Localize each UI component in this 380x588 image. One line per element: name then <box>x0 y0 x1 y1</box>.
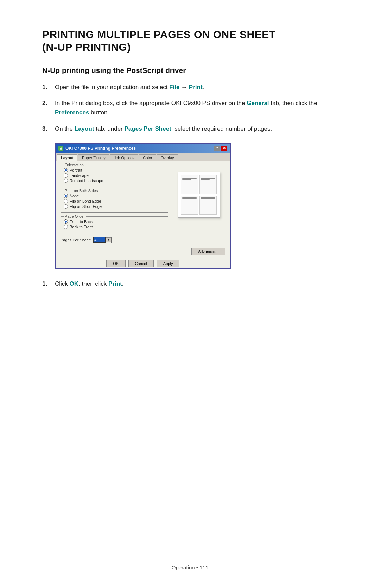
dialog-box: 🖨 OKI C7300 PS Printing Preferences ? ✕ … <box>55 143 231 269</box>
step-3: On the Layout tab, under Pages Per Sheet… <box>42 124 338 134</box>
preview-line-short <box>182 179 191 180</box>
preview-line <box>201 198 215 199</box>
orientation-group: Orientation Portrait Landscape <box>61 165 168 187</box>
dialog-app-icon: 🖨 <box>58 146 63 151</box>
step4-period: . <box>122 280 124 287</box>
preview-cell-1 <box>181 175 198 194</box>
radio-landscape[interactable]: Landscape <box>64 173 165 178</box>
rotated-landscape-label: Rotated Landscape <box>70 179 103 183</box>
page-title: PRINTING MULTIPLE PAGES ON ONE SHEET (N-… <box>42 28 338 54</box>
flip-short-label: Flip on Short Edge <box>70 204 102 209</box>
flip-long-radio-circle <box>64 199 68 203</box>
step4-ok: OK <box>70 280 79 287</box>
radio-flip-long[interactable]: Flip on Long Edge <box>64 199 165 203</box>
pps-label: Pages Per Sheet: <box>61 238 91 242</box>
dialog-advanced-row: Advanced... <box>56 247 230 256</box>
page-order-label: Page Order <box>64 214 86 218</box>
preview-cell-3 <box>181 196 198 215</box>
help-button[interactable]: ? <box>214 146 220 151</box>
step2-preferences: Preferences <box>55 109 89 116</box>
pages-per-sheet-row: Pages Per Sheet: 4 ▼ <box>61 237 168 243</box>
back-to-front-radio-circle <box>64 225 68 229</box>
apply-button[interactable]: Apply <box>157 260 180 267</box>
dialog-left-panel: Orientation Portrait Landscape <box>61 165 168 243</box>
print-both-sides-options: None Flip on Long Edge Flip on Short Edg… <box>64 194 165 209</box>
step4-list: Click OK, then click Print. <box>42 279 338 289</box>
title-line2: (N-UP PRINTING) <box>42 41 131 53</box>
title-line1: PRINTING MULTIPLE PAGES ON ONE SHEET <box>42 29 276 40</box>
none-label: None <box>70 194 79 198</box>
step4-print: Print <box>108 280 122 287</box>
preview-line <box>201 197 215 198</box>
step2-text3: button. <box>89 109 109 116</box>
dialog-content: Orientation Portrait Landscape <box>56 161 230 247</box>
section-heading: N-Up printing using the PostScript drive… <box>42 66 338 75</box>
step2-general: General <box>247 100 269 106</box>
step-4: Click OK, then click Print. <box>42 279 338 289</box>
front-to-back-radio-circle <box>64 219 68 224</box>
pps-dropdown-arrow[interactable]: ▼ <box>106 237 111 242</box>
print-both-sides-label: Print on Both Sides <box>64 188 99 193</box>
orientation-options: Portrait Landscape Rotated Landscape <box>64 168 165 183</box>
radio-none[interactable]: None <box>64 194 165 198</box>
portrait-radio-dot <box>65 169 67 171</box>
tab-layout[interactable]: Layout <box>57 154 77 161</box>
preview-line <box>201 177 215 177</box>
front-to-back-radio-dot <box>65 221 67 223</box>
none-radio-circle <box>64 194 68 198</box>
tab-color[interactable]: Color <box>139 154 156 161</box>
dialog-wrapper: 🖨 OKI C7300 PS Printing Preferences ? ✕ … <box>55 143 338 269</box>
preview-line <box>182 178 197 179</box>
step1-period: . <box>203 84 204 91</box>
page-order-options: Front to Back Back to Front <box>64 219 165 229</box>
none-radio-dot <box>65 195 67 197</box>
page-order-group: Page Order Front to Back Back to Front <box>61 216 168 233</box>
preview-line <box>182 197 197 198</box>
dialog-tabs: Layout Paper/Quality Job Options Color O… <box>56 153 230 161</box>
radio-front-to-back[interactable]: Front to Back <box>64 219 165 224</box>
dialog-titlebar: 🖨 OKI C7300 PS Printing Preferences ? ✕ <box>56 144 230 153</box>
tab-overlay[interactable]: Overlay <box>157 154 178 161</box>
dialog-button-row: OK Cancel Apply <box>56 259 230 268</box>
step1-text-before: Open the file in your application and se… <box>55 84 169 91</box>
orientation-label: Orientation <box>64 163 85 167</box>
step4-text1: Click <box>55 280 70 287</box>
portrait-radio-circle <box>64 168 68 172</box>
step1-arrow: → <box>179 84 189 91</box>
pps-select[interactable]: 4 <box>93 237 106 243</box>
cancel-button[interactable]: Cancel <box>128 260 154 267</box>
steps-list: Open the file in your application and se… <box>42 82 338 134</box>
flip-long-label: Flip on Long Edge <box>70 199 101 203</box>
landscape-label: Landscape <box>70 173 89 178</box>
advanced-button[interactable]: Advanced... <box>191 248 225 255</box>
step3-text1: On the <box>55 125 75 132</box>
step3-text2: tab, under <box>94 125 125 132</box>
preview-line-short <box>201 179 210 180</box>
step3-layout: Layout <box>75 125 94 132</box>
preview-line <box>182 177 197 177</box>
ok-button[interactable]: OK <box>106 260 126 267</box>
preview-cell-2 <box>200 175 217 194</box>
preview-line-short <box>182 200 191 200</box>
tab-paper-quality[interactable]: Paper/Quality <box>78 154 109 161</box>
radio-portrait[interactable]: Portrait <box>64 168 165 172</box>
flip-short-radio-circle <box>64 204 68 209</box>
landscape-radio-circle <box>64 173 68 178</box>
radio-rotated-landscape[interactable]: Rotated Landscape <box>64 179 165 183</box>
dialog-right-panel <box>172 165 225 243</box>
print-both-sides-group: Print on Both Sides None Flip on Long Ed <box>61 191 168 213</box>
pps-value: 4 <box>94 238 96 242</box>
step-1: Open the file in your application and se… <box>42 82 338 92</box>
step3-text3: , select the required number of pages. <box>171 125 272 132</box>
preview-line <box>182 198 197 199</box>
preview-line-short <box>201 200 210 200</box>
portrait-label: Portrait <box>70 168 82 172</box>
radio-flip-short[interactable]: Flip on Short Edge <box>64 204 165 209</box>
tab-job-options[interactable]: Job Options <box>110 154 139 161</box>
radio-back-to-front[interactable]: Back to Front <box>64 225 165 229</box>
preview-line <box>201 178 215 179</box>
back-to-front-label: Back to Front <box>70 225 93 229</box>
footer: Operation • 111 <box>0 564 380 570</box>
close-button[interactable]: ✕ <box>221 146 227 151</box>
rotated-landscape-radio-circle <box>64 179 68 183</box>
